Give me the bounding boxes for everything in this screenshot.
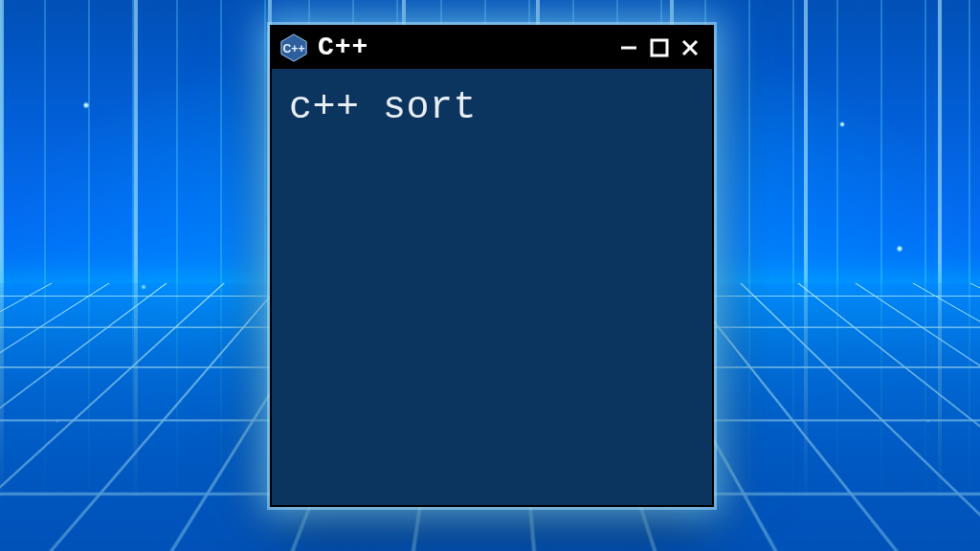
cpp-hex-icon: C++ bbox=[279, 33, 308, 62]
terminal-content: c++ sort bbox=[289, 86, 695, 129]
svg-text:C++: C++ bbox=[282, 42, 304, 55]
svg-rect-3 bbox=[652, 40, 667, 55]
terminal-body[interactable]: c++ sort bbox=[274, 69, 710, 503]
titlebar[interactable]: C++ C++ bbox=[272, 27, 712, 69]
window-controls bbox=[616, 35, 702, 60]
minimize-button[interactable] bbox=[616, 35, 641, 60]
terminal-window: C++ C++ c++ sort bbox=[270, 25, 714, 507]
window-title: C++ bbox=[318, 34, 368, 61]
close-button[interactable] bbox=[678, 35, 702, 60]
maximize-button[interactable] bbox=[647, 35, 672, 60]
